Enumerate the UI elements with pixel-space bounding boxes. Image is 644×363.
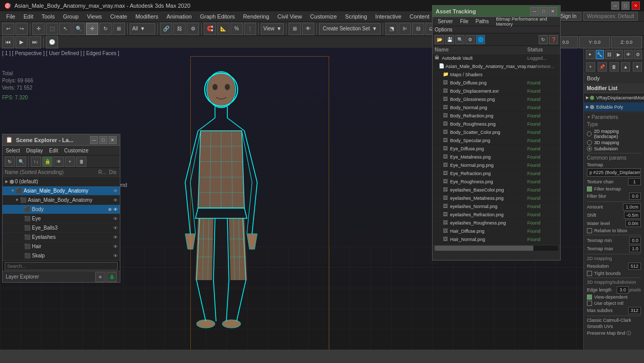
subdivision-row[interactable]: Subdivision bbox=[587, 146, 641, 151]
select-filter-button[interactable]: 🔍 bbox=[73, 23, 85, 35]
scale-button[interactable]: ⊞ bbox=[113, 23, 125, 35]
menu-interactive[interactable]: Interactive bbox=[371, 11, 406, 22]
max-subdivs-value[interactable]: 312 bbox=[628, 307, 641, 314]
menu-content[interactable]: Content bbox=[405, 11, 434, 22]
at-menu-paths[interactable]: Paths bbox=[473, 18, 492, 25]
se-add-btn[interactable]: + bbox=[65, 157, 75, 167]
filter-blur-value[interactable]: 0.0 bbox=[629, 193, 641, 200]
create-selection-set[interactable]: Create Selection Set ▼ bbox=[319, 23, 381, 34]
3d-mapping-row[interactable]: 3D mapping bbox=[587, 140, 641, 145]
view-dependent-checkbox[interactable] bbox=[587, 295, 592, 300]
select-button[interactable]: ✛ bbox=[32, 23, 45, 35]
menu-group[interactable]: Group bbox=[59, 11, 83, 22]
se-eye-btn[interactable]: 👁 bbox=[53, 157, 64, 167]
at-file-row[interactable]: 🖼 Body_Normal.png Found bbox=[433, 103, 560, 112]
at-tb-3[interactable]: 🔍 bbox=[455, 35, 464, 44]
texmap-value[interactable]: p #225 (Body_Displacement.e bbox=[587, 168, 641, 177]
viewport-label-dropdown[interactable]: View ▼ bbox=[261, 23, 284, 34]
undo-button[interactable]: ↩ bbox=[2, 23, 14, 35]
at-file-row[interactable]: 🖼 Hair_Opacity.png Found bbox=[433, 244, 560, 245]
se-maximize-btn[interactable]: □ bbox=[99, 136, 108, 144]
at-file-row[interactable]: 🖼 eyelashes_Roughness.png Found bbox=[433, 219, 560, 227]
menu-rendering[interactable]: Rendering bbox=[239, 11, 274, 22]
align-btn[interactable]: ⊫ bbox=[399, 23, 411, 35]
at-tb-2[interactable]: 💾 bbox=[445, 35, 454, 44]
workspace-dropdown[interactable]: Workspaces: Default bbox=[583, 12, 638, 21]
se-tab-customize[interactable]: Customize bbox=[61, 146, 92, 155]
menu-civil-view[interactable]: Civil View bbox=[273, 11, 306, 22]
maximize-button[interactable]: □ bbox=[621, 2, 630, 10]
at-file-row[interactable]: 🖼 Hair_Normal.png Found bbox=[433, 235, 560, 244]
at-maximize-btn[interactable]: □ bbox=[540, 7, 548, 15]
rotate-button[interactable]: ↻ bbox=[99, 23, 112, 35]
coord-y[interactable]: Y: 0.0 bbox=[579, 36, 610, 48]
se-row-skalp[interactable]: ⬛ Skalp 👁 bbox=[3, 251, 120, 261]
at-minimize-btn[interactable]: ─ bbox=[530, 7, 539, 15]
at-file-row[interactable]: 🖼 Body_Refraction.png Found bbox=[433, 112, 560, 120]
at-tb-6[interactable]: ↻ bbox=[539, 35, 548, 44]
at-file-row[interactable]: 🖼 Body_Displacement.exr Found bbox=[433, 87, 560, 95]
coord-z[interactable]: Z: 0.0 bbox=[611, 36, 642, 48]
unlink-button[interactable]: ⛓ bbox=[173, 23, 186, 35]
modifier-row-editpoly[interactable]: ▶ Editable Poly bbox=[584, 102, 644, 112]
filter-texmap-row[interactable]: Filter texmap bbox=[587, 186, 641, 192]
se-del-btn[interactable]: 🗑 bbox=[76, 157, 86, 167]
at-menu-bitmap-perf[interactable]: Bitmap Performance and Memory bbox=[493, 16, 558, 27]
move-up-btn[interactable]: ▲ bbox=[621, 62, 630, 72]
amount-value[interactable]: 1.0cm bbox=[623, 203, 641, 211]
se-tab-edit[interactable]: Edit bbox=[46, 146, 61, 155]
move-down-btn[interactable]: ▼ bbox=[633, 62, 642, 72]
filter-texmap-checkbox[interactable] bbox=[587, 186, 592, 192]
at-file-row[interactable]: 🖼 Body_Scatter_Color.png Found bbox=[433, 128, 560, 136]
texmap-max-value[interactable]: 1.0 bbox=[629, 245, 641, 252]
at-tb-7[interactable]: ❓ bbox=[549, 35, 558, 44]
modifier-row-vray[interactable]: ▶ VRayDisplacementMod bbox=[584, 93, 644, 102]
se-row-eyelashes[interactable]: ⬛ Eyelashes 👁 bbox=[3, 233, 120, 242]
layer-list-btn[interactable]: ≡ bbox=[95, 272, 105, 282]
at-file-row[interactable]: 🖼 eyelashes_Normal.png Found bbox=[433, 202, 560, 211]
select-region-button[interactable]: ⬚ bbox=[46, 23, 58, 35]
water-level-value[interactable]: 0.0m bbox=[625, 220, 641, 227]
se-tab-display[interactable]: Display bbox=[23, 146, 46, 155]
view-dependent-row[interactable]: View-dependent bbox=[587, 295, 641, 300]
hierarchy-tab-btn[interactable]: ⛓ bbox=[605, 50, 614, 59]
scene-explorer-titlebar[interactable]: 📋 Scene Explorer - La... ─ □ ✕ bbox=[3, 134, 120, 146]
rel-bbox-checkbox[interactable] bbox=[587, 228, 592, 233]
at-menu-server[interactable]: Server bbox=[435, 18, 456, 25]
se-filter-btn[interactable]: 🔍 bbox=[16, 157, 26, 167]
at-file-row[interactable]: 🖼 Body_Glossiness.png Found bbox=[433, 95, 560, 103]
se-row-0[interactable]: ▶ 0 (default) bbox=[3, 177, 120, 186]
snap-toggle[interactable]: 🧲 bbox=[204, 23, 216, 35]
utilities-tab-btn[interactable]: ⚙ bbox=[634, 50, 642, 59]
percent-snap[interactable]: % bbox=[230, 23, 243, 35]
se-lock-btn[interactable]: 🔒 bbox=[42, 157, 52, 167]
texmap-min-value[interactable]: 0.0 bbox=[629, 237, 641, 244]
se-row-body[interactable]: ⬛ Body ❄ 👁 bbox=[3, 205, 120, 214]
use-object-mtl-checkbox[interactable] bbox=[587, 301, 592, 306]
at-tb-4[interactable]: ⚙ bbox=[466, 35, 475, 44]
menu-customize[interactable]: Customize bbox=[306, 11, 341, 22]
motion-tab-btn[interactable]: ▶ bbox=[615, 50, 623, 59]
at-file-row[interactable]: 🖼 Eye_Normal.png.png Found bbox=[433, 161, 560, 169]
selection-type-dropdown[interactable]: All ▼ bbox=[130, 23, 155, 34]
delete-modifier-btn[interactable]: 🗑 bbox=[610, 62, 619, 72]
at-file-row[interactable]: 🖼 eyelashes_Refraction.png Found bbox=[433, 211, 560, 219]
at-file-row[interactable]: 🖼 Eye_Metalness.png Found bbox=[433, 153, 560, 161]
at-file-row[interactable]: 🖼 Body_Specular.png Found bbox=[433, 136, 560, 145]
2d-mapping-row[interactable]: 2D mapping (landscape) bbox=[587, 129, 641, 139]
link-button[interactable]: 🔗 bbox=[160, 23, 172, 35]
at-menu-file[interactable]: File bbox=[457, 18, 471, 25]
at-close-btn[interactable]: ✕ bbox=[549, 7, 557, 15]
at-tb-1[interactable]: 📂 bbox=[435, 35, 444, 44]
se-tab-select[interactable]: Select bbox=[3, 146, 23, 155]
at-file-row[interactable]: 🖼 eyelashes_BaseColor.png Found bbox=[433, 186, 560, 194]
texture-chan-value[interactable]: 1 bbox=[628, 178, 641, 185]
titlebar-controls[interactable]: ─ □ ✕ bbox=[611, 2, 640, 10]
menu-animation[interactable]: Animation bbox=[163, 11, 196, 22]
display-tab-btn[interactable]: 👁 bbox=[624, 50, 633, 59]
tight-bounds-checkbox[interactable] bbox=[587, 271, 592, 276]
isolate-btn[interactable]: 👁 bbox=[302, 23, 314, 35]
subdivision-radio[interactable] bbox=[587, 146, 592, 151]
se-search-input[interactable] bbox=[5, 262, 118, 270]
menu-create[interactable]: Create bbox=[106, 11, 131, 22]
